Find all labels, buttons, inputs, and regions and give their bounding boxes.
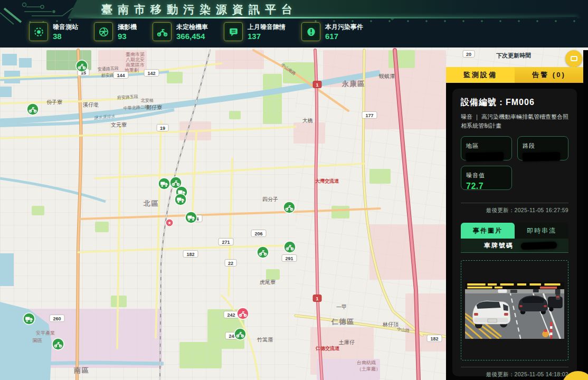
panel-body: 設備編號：FM006 噪音 ｜ 高污染機動車輛排氣管稽查整合照相系統管制計畫 地… <box>446 83 583 380</box>
stat-value: 93 <box>118 32 137 41</box>
map-marker-moto[interactable] <box>234 328 246 340</box>
stat-label: 本月污染事件 <box>325 23 363 31</box>
map-marker-moto[interactable] <box>76 60 88 72</box>
divider <box>461 203 568 203</box>
svg-text:144: 144 <box>117 73 125 78</box>
stat-pollution-events: 本月污染事件 617 <box>301 22 363 41</box>
map-marker-truck[interactable] <box>175 194 186 205</box>
map-label: 文元寮 <box>111 122 127 128</box>
svg-text:271: 271 <box>222 240 230 245</box>
stat-label: 未定檢機車 <box>176 23 208 31</box>
svg-text:142: 142 <box>147 71 155 76</box>
road-shield: 142 <box>144 70 159 77</box>
map-label: 園區 <box>33 338 42 343</box>
event-photo-frame[interactable] <box>461 260 568 360</box>
road-shield: 271 <box>219 239 233 245</box>
noise-value-label: 噪音值 <box>466 172 485 178</box>
camera-icon <box>94 22 113 41</box>
tab-live-stream[interactable]: 即時串流 <box>515 223 568 239</box>
road-section-value-redacted <box>523 152 560 161</box>
last-updated-bottom: 最後更新：2025-11-05 14:18:02 <box>461 371 568 378</box>
map-label: 安通路五段 <box>98 65 119 72</box>
svg-text:206: 206 <box>254 231 262 236</box>
map-marker-moto[interactable] <box>27 103 39 115</box>
map-marker-moto[interactable] <box>52 338 64 350</box>
road-shield: 1 <box>313 81 321 88</box>
map-label: 北安橋 <box>140 98 154 103</box>
stat-cameras: 攝影機 93 <box>94 22 137 41</box>
map-label: 仁德區 <box>331 318 355 326</box>
page-title: 臺南市移動污染源資訊平台 <box>68 2 331 17</box>
svg-text:★: ★ <box>167 221 171 225</box>
map-label: 南區 <box>73 366 89 374</box>
road-shield: 1 <box>313 295 321 302</box>
road-section-label: 路段 <box>523 142 535 149</box>
device-subtitle: 噪音 ｜ 高污染機動車輛排氣管稽查整合照相系統管制計畫 <box>461 112 568 130</box>
map-label: 蜈蜞潭 <box>379 73 395 79</box>
map-label: 竹篙厝 <box>257 337 273 343</box>
stat-value: 137 <box>248 32 286 41</box>
tab-event-images[interactable]: 事件圖片 <box>461 223 515 239</box>
road-shield: 19 <box>157 125 168 131</box>
map-marker-moto[interactable] <box>284 241 296 253</box>
stat-value: 617 <box>325 32 363 41</box>
license-plate-redacted <box>521 241 557 249</box>
detail-panel: 監測設備 告警 (0) 設備編號：FM006 噪音 ｜ 高污染機動車輛排氣管稽查… <box>446 67 583 380</box>
license-plate-row: 車牌號碼 <box>461 239 568 253</box>
map-label: 永康區 <box>342 80 365 88</box>
map-marker-truck[interactable] <box>23 313 35 325</box>
map-label: 大橋 <box>302 118 313 124</box>
map-label: 虎尾寮 <box>260 279 276 285</box>
noise-value: 72.7 <box>466 182 507 191</box>
district-value-redacted <box>466 152 504 161</box>
map-label: 一甲 <box>336 304 347 310</box>
map-marker-truck[interactable] <box>185 212 197 223</box>
map-label: （土庫廠） <box>357 366 381 372</box>
collapse-panel-button[interactable] <box>565 50 582 67</box>
event-photo <box>465 282 564 339</box>
svg-text:182: 182 <box>430 336 438 341</box>
license-plate-label: 車牌號碼 <box>484 241 514 250</box>
map-label: 北區 <box>143 200 159 207</box>
divider <box>461 367 568 367</box>
svg-text:1: 1 <box>316 296 318 301</box>
map-marker-red-moto[interactable] <box>237 308 249 319</box>
road-shield: 206 <box>251 230 266 237</box>
stats-bar: 噪音測站 38 攝影機 93 未定檢機車 366,454 <box>29 22 363 41</box>
stat-noise-stations: 噪音測站 38 <box>29 22 78 41</box>
stat-uninspected-motorcycles: 未定檢機車 366,454 <box>153 22 208 41</box>
svg-text:19: 19 <box>160 126 165 131</box>
road-shield: 242 <box>224 311 239 318</box>
stat-label: 攝影機 <box>118 23 137 31</box>
tab-monitoring-devices[interactable]: 監測設備 <box>446 67 515 83</box>
tab-alerts[interactable]: 告警 (0) <box>515 67 583 83</box>
map-label: 仁德交流道 <box>315 346 340 351</box>
map-label: 安平產業 <box>36 330 55 336</box>
panel-tab-bar: 監測設備 告警 (0) <box>446 67 583 83</box>
road-shield: 22 <box>225 260 236 267</box>
attraction-poi: ★ <box>166 219 173 226</box>
district-label: 地區 <box>466 142 479 149</box>
stat-value: 38 <box>53 32 78 41</box>
road-shield: 177 <box>362 112 377 119</box>
svg-text:22: 22 <box>228 261 233 266</box>
stat-label: 上月噪音陳情 <box>248 23 286 31</box>
svg-text:291: 291 <box>285 256 293 261</box>
map-label: 商業區市 <box>126 62 145 68</box>
map-label: 溪仔墘 <box>83 102 99 108</box>
map-marker-truck[interactable] <box>158 178 170 189</box>
road-shield: 182 <box>427 335 442 342</box>
svg-text:182: 182 <box>186 252 194 257</box>
svg-text:20: 20 <box>466 52 471 57</box>
next-update-note: 下次更新時間 <box>496 52 531 60</box>
alert-icon <box>301 22 320 41</box>
map-label: 台南紡織 <box>357 360 376 365</box>
svg-text:1: 1 <box>316 82 318 88</box>
map-marker-moto[interactable] <box>283 202 295 213</box>
map-label: 林仔頂 <box>382 321 399 327</box>
map-marker-moto[interactable] <box>257 246 269 258</box>
map-label: 臺南市第 <box>126 52 145 57</box>
app-root: 臺南市移動污染源資訊平台 噪音測站 38 攝影機 93 <box>0 0 588 380</box>
media-tab-bar: 事件圖片 即時串流 <box>461 223 568 239</box>
map-label: 份子寮 <box>46 99 62 105</box>
